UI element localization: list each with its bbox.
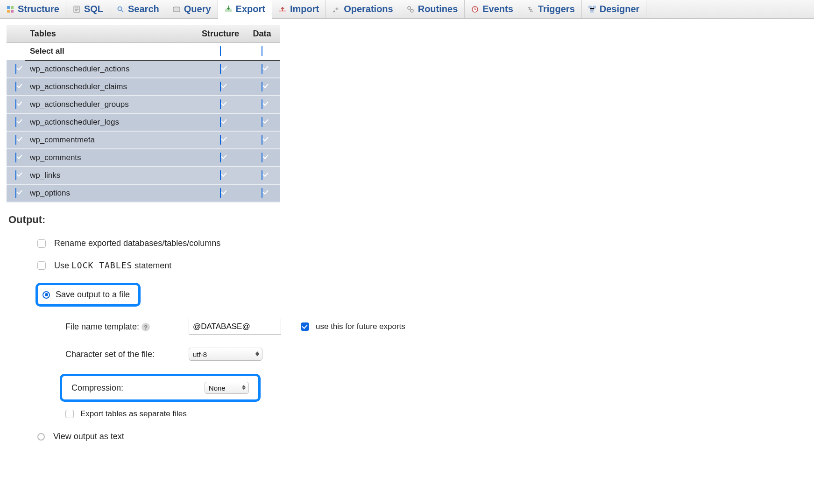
view-as-text-label: View output as text <box>53 432 124 441</box>
tab-label: Structure <box>18 4 59 14</box>
svg-point-5 <box>118 7 122 10</box>
query-icon <box>173 6 180 13</box>
structure-checkbox[interactable] <box>220 153 221 162</box>
table-row: wp_actionscheduler_claims <box>7 78 280 96</box>
tab-label: Export <box>236 4 265 14</box>
operations-icon <box>333 6 340 13</box>
row-select-checkbox[interactable] <box>15 153 16 162</box>
compression-select[interactable]: None <box>205 382 249 394</box>
row-select-checkbox[interactable] <box>15 64 16 74</box>
structure-checkbox[interactable] <box>220 135 221 145</box>
structure-icon <box>7 6 14 13</box>
structure-checkbox[interactable] <box>220 64 221 74</box>
data-checkbox[interactable] <box>262 135 262 145</box>
table-row: wp_options <box>7 184 280 202</box>
structure-checkbox[interactable] <box>220 99 221 109</box>
table-name: wp_actionscheduler_groups <box>25 96 197 113</box>
structure-checkbox[interactable] <box>220 82 221 91</box>
export-separate-label: Export tables as separate files <box>80 409 187 419</box>
col-checkbox <box>7 25 25 43</box>
tab-designer[interactable]: Designer <box>582 0 647 18</box>
svg-rect-12 <box>589 6 591 8</box>
svg-point-9 <box>408 7 411 9</box>
tab-sql[interactable]: SQL <box>66 0 110 18</box>
table-name: wp_commentmeta <box>25 131 197 149</box>
table-name: wp_comments <box>25 149 197 167</box>
tab-label: SQL <box>84 4 103 14</box>
row-select-checkbox[interactable] <box>15 99 16 109</box>
tables-grid: Tables Structure Data Select all wp_acti… <box>7 25 280 203</box>
top-tabs: StructureSQLSearchQueryExportImportOpera… <box>0 0 814 19</box>
data-checkbox[interactable] <box>262 117 262 127</box>
data-checkbox[interactable] <box>262 153 262 162</box>
tab-routines[interactable]: Routines <box>400 0 465 18</box>
data-checkbox[interactable] <box>262 82 262 91</box>
designer-icon <box>588 6 596 13</box>
data-checkbox[interactable] <box>262 188 262 198</box>
table-name: wp_actionscheduler_logs <box>25 113 197 131</box>
svg-rect-6 <box>173 7 180 12</box>
output-heading: Output: <box>8 214 806 227</box>
filename-template-input[interactable] <box>189 319 281 335</box>
select-all-data-checkbox[interactable] <box>262 46 262 56</box>
data-checkbox[interactable] <box>262 99 262 109</box>
rename-checkbox[interactable] <box>37 239 46 248</box>
save-to-file-highlight: Save output to a file <box>35 283 141 307</box>
import-icon <box>279 6 286 13</box>
table-row: wp_actionscheduler_actions <box>7 60 280 78</box>
compression-label: Compression: <box>71 383 187 393</box>
col-structure: Structure <box>197 25 244 43</box>
filename-template-label: File name template: ? <box>65 322 182 332</box>
tab-label: Designer <box>600 4 640 14</box>
search-icon <box>117 6 124 13</box>
tab-triggers[interactable]: Triggers <box>520 0 582 18</box>
table-name: wp_options <box>25 184 197 202</box>
export-icon <box>225 5 232 13</box>
rename-label: Rename exported databases/tables/columns <box>54 238 220 248</box>
tab-label: Import <box>290 4 319 14</box>
row-select-checkbox[interactable] <box>15 117 16 127</box>
svg-rect-3 <box>11 10 14 13</box>
svg-rect-13 <box>593 6 595 8</box>
table-row: wp_actionscheduler_groups <box>7 96 280 113</box>
table-row: wp_commentmeta <box>7 131 280 149</box>
tab-search[interactable]: Search <box>110 0 166 18</box>
col-tables: Tables <box>25 25 197 43</box>
data-checkbox[interactable] <box>262 170 262 180</box>
select-all-label: Select all <box>25 43 197 61</box>
svg-rect-0 <box>7 6 10 9</box>
tab-import[interactable]: Import <box>272 0 326 18</box>
lock-tables-label: Use LOCK TABLES statement <box>54 260 171 271</box>
structure-checkbox[interactable] <box>220 170 221 180</box>
table-name: wp_actionscheduler_claims <box>25 78 197 96</box>
tab-events[interactable]: Events <box>465 0 520 18</box>
svg-rect-2 <box>7 10 10 13</box>
lock-tables-checkbox[interactable] <box>37 261 46 270</box>
tables-panel: Tables Structure Data Select all wp_acti… <box>0 19 287 203</box>
tab-query[interactable]: Query <box>166 0 218 18</box>
svg-rect-14 <box>591 10 593 12</box>
structure-checkbox[interactable] <box>220 117 221 127</box>
row-select-checkbox[interactable] <box>15 82 16 91</box>
select-all-structure-checkbox[interactable] <box>220 46 221 56</box>
view-as-text-radio[interactable] <box>37 433 45 441</box>
charset-select[interactable]: utf-8 <box>189 348 262 361</box>
help-icon[interactable]: ? <box>142 323 150 331</box>
row-select-checkbox[interactable] <box>15 188 16 198</box>
tab-structure[interactable]: Structure <box>0 0 66 18</box>
tab-export[interactable]: Export <box>218 0 272 19</box>
tab-operations[interactable]: Operations <box>326 0 400 18</box>
tab-label: Routines <box>418 4 458 14</box>
future-exports-checkbox[interactable] <box>301 322 309 331</box>
save-to-file-radio[interactable] <box>42 291 50 299</box>
data-checkbox[interactable] <box>262 64 262 74</box>
row-select-checkbox[interactable] <box>15 135 16 145</box>
sql-icon <box>73 6 80 13</box>
row-select-checkbox[interactable] <box>15 170 16 180</box>
export-separate-checkbox[interactable] <box>65 410 74 418</box>
save-to-file-label: Save output to a file <box>56 290 130 300</box>
routines-icon <box>407 6 414 13</box>
svg-rect-1 <box>11 6 14 9</box>
structure-checkbox[interactable] <box>220 188 221 198</box>
output-section: Output: Rename exported databases/tables… <box>0 203 814 472</box>
